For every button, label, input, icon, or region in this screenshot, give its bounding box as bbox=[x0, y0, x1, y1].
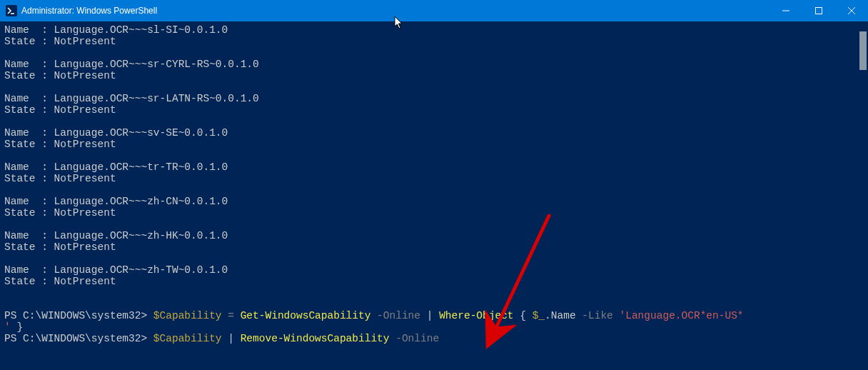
scrollbar-thumb[interactable] bbox=[859, 31, 867, 70]
output-entry: Name : Language.OCR~~~zh-TW~0.0.1.0State… bbox=[4, 264, 864, 287]
output-entry: Name : Language.OCR~~~tr-TR~0.0.1.0State… bbox=[4, 161, 864, 184]
output-entry: Name : Language.OCR~~~sr-LATN-RS~0.0.1.0… bbox=[4, 93, 864, 116]
console-output[interactable]: Name : Language.OCR~~~sl-SI~0.0.1.0State… bbox=[0, 21, 868, 370]
output-entry: Name : Language.OCR~~~sl-SI~0.0.1.0State… bbox=[4, 24, 864, 47]
window-title: Administrator: Windows PowerShell bbox=[21, 6, 157, 16]
output-entry: Name : Language.OCR~~~sv-SE~0.0.1.0State… bbox=[4, 127, 864, 150]
close-button[interactable] bbox=[835, 0, 868, 21]
minimize-button[interactable] bbox=[769, 0, 802, 21]
output-entry: Name : Language.OCR~~~sr-CYRL-RS~0.0.1.0… bbox=[4, 59, 864, 81]
powershell-icon bbox=[6, 5, 17, 16]
maximize-button[interactable] bbox=[802, 0, 835, 21]
output-entry: Name : Language.OCR~~~zh-HK~0.0.1.0State… bbox=[4, 230, 864, 253]
scrollbar-track[interactable] bbox=[858, 31, 868, 360]
svg-rect-1 bbox=[816, 8, 822, 14]
command-line-1-cont: ' } bbox=[4, 321, 864, 333]
titlebar[interactable]: Administrator: Windows PowerShell bbox=[0, 0, 868, 21]
powershell-window: Administrator: Windows PowerShell Name :… bbox=[0, 0, 868, 370]
output-entry: Name : Language.OCR~~~zh-CN~0.0.1.0State… bbox=[4, 196, 864, 219]
command-line-2: PS C:\WINDOWS\system32> $Capability | Re… bbox=[4, 333, 864, 344]
command-line-1: PS C:\WINDOWS\system32> $Capability = Ge… bbox=[4, 310, 864, 321]
scrollbar[interactable] bbox=[858, 21, 868, 370]
